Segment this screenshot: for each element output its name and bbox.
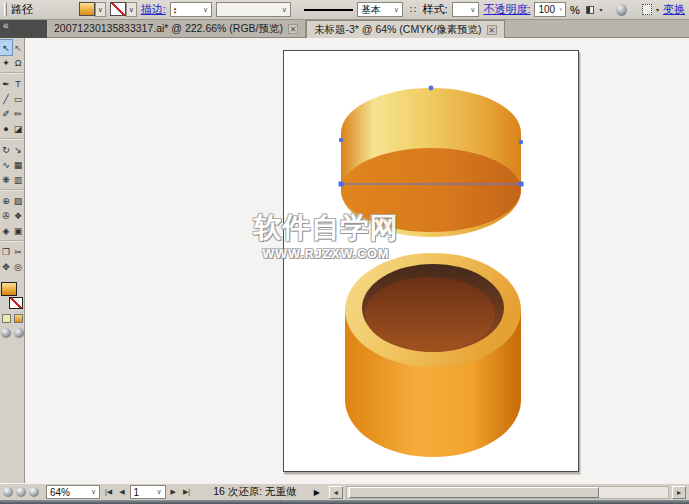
lid-underside[interactable] xyxy=(341,148,521,232)
screen-mode-button-2[interactable] xyxy=(16,487,26,497)
scroll-left-icon[interactable]: ◂ xyxy=(329,486,343,499)
tool-lasso-tool[interactable]: Ω xyxy=(12,55,24,70)
artboard-next-icon[interactable]: ▶ xyxy=(169,488,178,496)
tool-magic-wand-tool[interactable]: ✦ xyxy=(0,55,12,70)
tool-eraser-tool[interactable]: ◪ xyxy=(12,121,24,136)
percent-label: % xyxy=(570,4,580,16)
zoom-level-combo[interactable]: 64% ∨ xyxy=(46,485,100,499)
drawing-mode-button-2[interactable] xyxy=(14,328,24,338)
close-icon[interactable]: ✕ xyxy=(487,25,497,35)
tool-rectangle-tool[interactable]: ▭ xyxy=(12,91,24,106)
tool-live-paint-bucket-tool[interactable]: ◈ xyxy=(0,223,12,238)
anchor-point-left[interactable] xyxy=(339,182,344,187)
width-profile-combo[interactable]: ∨ xyxy=(216,2,291,17)
gradient-mode-button[interactable] xyxy=(14,314,23,323)
artboard-last-icon[interactable]: ▶| xyxy=(181,488,192,496)
anchor-point-side-right[interactable] xyxy=(519,140,523,144)
document-tab-1[interactable]: 20071230135833317.ai* @ 222.66% (RGB/预览)… xyxy=(47,20,306,38)
recolor-artwork-icon[interactable]: ∷ xyxy=(407,3,419,16)
panel-grip[interactable] xyxy=(4,3,7,16)
tool-column-graph-tool[interactable]: ▥ xyxy=(12,172,24,187)
screen-mode-button-3[interactable] xyxy=(29,487,39,497)
drawing-mode-button-1[interactable] xyxy=(1,328,11,338)
body-opening-inner[interactable] xyxy=(365,277,495,351)
tool-line-segment-tool[interactable]: ╱ xyxy=(0,91,12,106)
select-similar-icon[interactable] xyxy=(642,4,652,15)
stroke-weight-dropdown-icon[interactable]: ∨ xyxy=(200,6,208,14)
collapse-icon[interactable]: « xyxy=(3,20,9,31)
tool-paintbrush-tool[interactable]: ✐ xyxy=(0,106,12,121)
stroke-dropdown-icon[interactable]: ∨ xyxy=(126,2,137,17)
transform-panel-link[interactable]: 变换 xyxy=(663,2,685,17)
anchor-point-right[interactable] xyxy=(519,182,524,187)
tool-artboard-tool[interactable]: ❐ xyxy=(0,244,12,259)
scroll-right-icon[interactable]: ▸ xyxy=(672,486,686,499)
tool-warp-tool[interactable]: ∿ xyxy=(0,157,12,172)
color-mode-button[interactable] xyxy=(2,314,11,323)
tool-free-transform-tool[interactable]: ▦ xyxy=(12,157,24,172)
style-dropdown-icon[interactable]: ∨ xyxy=(467,6,475,14)
fill-dropdown-icon[interactable]: ∨ xyxy=(95,2,106,17)
artwork-svg xyxy=(25,38,689,483)
tool-symbol-sprayer-tool[interactable]: ❋ xyxy=(0,172,12,187)
zoom-level-value: 64% xyxy=(50,487,70,498)
tool-direct-selection-tool[interactable]: ↖ xyxy=(12,40,24,55)
fill-color-swatch[interactable] xyxy=(79,2,95,16)
anchor-point-top[interactable] xyxy=(429,86,434,91)
canvas-area[interactable]: 软件自学网 WWW.RJZXW.COM xyxy=(25,38,689,483)
close-icon[interactable]: ✕ xyxy=(288,24,298,34)
style-combo[interactable]: ∨ xyxy=(452,2,480,17)
scrollbar-thumb[interactable] xyxy=(349,487,600,498)
tool-hand-tool[interactable]: ✥ xyxy=(0,259,12,274)
fill-indicator[interactable] xyxy=(1,282,17,296)
artboard-first-icon[interactable]: |◀ xyxy=(103,488,114,496)
tool-blob-brush-tool[interactable]: ● xyxy=(0,121,12,136)
tool-gradient-tool[interactable]: ▧ xyxy=(12,193,24,208)
illustrator-window: { "colors": { "accent_link": "#2222cc", … xyxy=(0,0,689,504)
anchor-point-side-left[interactable] xyxy=(339,138,343,142)
opacity-mask-icon[interactable] xyxy=(584,3,596,16)
tool-live-paint-selection-tool[interactable]: ▣ xyxy=(12,223,24,238)
width-profile-dropdown-icon[interactable]: ∨ xyxy=(279,6,287,14)
stroke-weight-stepper[interactable]: ▴ ▾ xyxy=(174,6,179,14)
canister-body[interactable] xyxy=(345,253,521,457)
tool-blend-tool[interactable]: ❖ xyxy=(12,208,24,223)
document-tab-2[interactable]: 未标题-3* @ 64% (CMYK/像素预览) ✕ xyxy=(306,20,505,38)
status-flyout-icon[interactable]: ▶ xyxy=(314,488,320,497)
control-options-bar: 路径 ∨ ∨ 描边: ▴ ▾ ∨ ∨ 基本 ∨ ∷ 样式: ∨ 不透明度: 10… xyxy=(0,0,689,20)
tools-dock-header[interactable]: « xyxy=(0,20,47,38)
screen-mode-buttons xyxy=(3,487,39,497)
opacity-field[interactable]: 100 › xyxy=(534,2,565,17)
tool-slice-tool[interactable]: ✂ xyxy=(12,244,24,259)
paint-mode-row xyxy=(0,314,24,323)
shape-mode-sphere-icon[interactable] xyxy=(616,4,627,16)
tool-zoom-tool[interactable]: ◎ xyxy=(12,259,24,274)
tool-type-tool[interactable]: T xyxy=(12,76,24,91)
canister-lid[interactable] xyxy=(339,86,524,237)
tool-eyedropper-tool[interactable]: ✇ xyxy=(0,208,12,223)
opacity-panel-link[interactable]: 不透明度: xyxy=(483,2,530,17)
tool-selection-tool[interactable]: ↖ xyxy=(0,40,12,55)
tool-mesh-tool[interactable]: ⊕ xyxy=(0,193,12,208)
zoom-dropdown-icon[interactable]: ∨ xyxy=(88,488,96,496)
stroke-panel-link[interactable]: 描边: xyxy=(141,2,166,17)
spin-down-icon[interactable]: ▾ xyxy=(174,10,177,14)
artboard-prev-icon[interactable]: ◀ xyxy=(117,488,126,496)
tool-pen-tool[interactable]: ✒ xyxy=(0,76,12,91)
screen-mode-button-1[interactable] xyxy=(3,487,13,497)
artboard-dropdown-icon[interactable]: ∨ xyxy=(153,488,161,496)
stroke-indicator[interactable] xyxy=(9,297,23,309)
artboard-number-combo[interactable]: 1 ∨ xyxy=(130,485,166,499)
horizontal-scrollbar[interactable] xyxy=(346,486,669,499)
brush-definition-dropdown-icon[interactable]: ∨ xyxy=(391,6,399,14)
opacity-spinner-icon[interactable]: › xyxy=(557,6,562,13)
brush-definition-combo[interactable]: 基本 ∨ xyxy=(357,2,403,17)
mask-menu-arrow-icon[interactable]: ▾ xyxy=(599,6,602,13)
tool-pencil-tool[interactable]: ✏ xyxy=(12,106,24,121)
stroke-color-swatch[interactable] xyxy=(110,2,126,16)
stroke-weight-combo[interactable]: ▴ ▾ ∨ xyxy=(170,2,212,17)
tool-scale-tool[interactable]: ↘ xyxy=(12,142,24,157)
document-tab-bar: « 20071230135833317.ai* @ 222.66% (RGB/预… xyxy=(0,20,689,38)
select-similar-menu-arrow-icon[interactable]: ▾ xyxy=(656,6,659,13)
tool-rotate-tool[interactable]: ↻ xyxy=(0,142,12,157)
